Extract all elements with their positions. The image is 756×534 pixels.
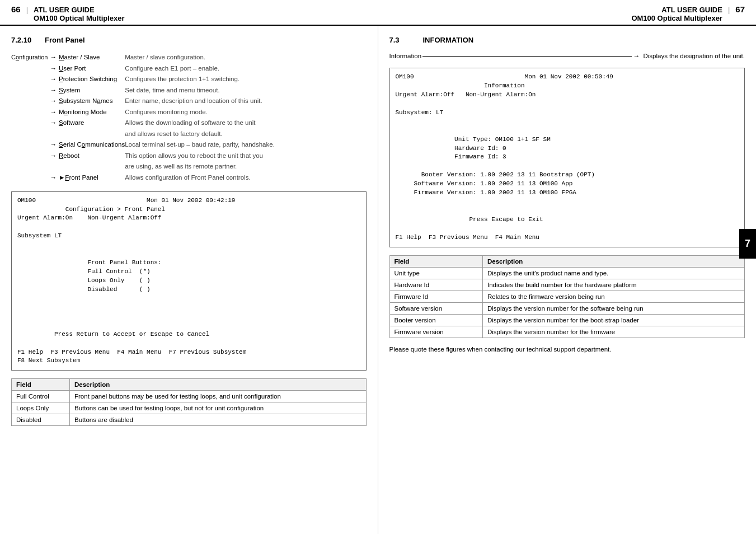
table-row: Loops OnlyButtons can be used for testin… xyxy=(12,402,367,414)
table-row: Booter versionDisplays the version numbe… xyxy=(389,314,745,326)
nav-item-serial: → Serial Communications Local terminal s… xyxy=(11,139,275,151)
page-tab: 7 xyxy=(739,229,756,259)
nav-item-software: → Software Allows the downloading of sof… xyxy=(11,118,275,139)
info-label-left: Information xyxy=(389,53,422,59)
nav-item-monitoring: → Monitoring Mode Configures monitoring … xyxy=(11,107,275,118)
table-row: Full ControlFront panel buttons may be u… xyxy=(12,391,367,402)
left-table: Field Description Full ControlFront pane… xyxy=(11,378,367,426)
left-table-header-desc: Description xyxy=(70,379,366,391)
right-table-header-desc: Description xyxy=(482,255,744,267)
left-page-number: 66 xyxy=(11,4,21,14)
right-page-number: 67 xyxy=(735,4,745,14)
table-row: Hardware IdIndicates the build number fo… xyxy=(389,279,745,291)
right-table-header-field: Field xyxy=(389,255,482,267)
nav-tree: Configuration → Master / Slave Master / … xyxy=(11,52,367,184)
nav-item-front-panel: → ►Front Panel Allows configuration of F… xyxy=(11,172,275,184)
right-section-num: 7.3 xyxy=(389,36,412,44)
right-section-title: INFORMATION xyxy=(423,36,474,44)
table-row: Unit typeDisplays the unit's product nam… xyxy=(389,267,745,279)
info-label-right: Displays the designation of the unit. xyxy=(643,53,745,59)
left-terminal: OM100 Mon 01 Nov 2002 00:42:19 Configura… xyxy=(11,191,367,371)
left-section-num: 7.2.10 xyxy=(11,36,34,44)
table-row: Software versionDisplays the version num… xyxy=(389,302,745,314)
left-header-title1: ATL USER GUIDE xyxy=(34,6,125,14)
right-header-title1: ATL USER GUIDE xyxy=(631,6,722,14)
nav-item-reboot: → Reboot This option allows you to reboo… xyxy=(11,151,275,172)
left-table-header-field: Field xyxy=(12,379,70,391)
nav-item-subsystem-names: → Subsystem Names Enter name, descriptio… xyxy=(11,96,275,107)
nav-item-system: → System Set date, time and menu timeout… xyxy=(11,85,275,96)
table-row: Firmware versionDisplays the version num… xyxy=(389,326,745,338)
right-terminal: OM100 Mon 01 Nov 2002 00:50:49 Informati… xyxy=(389,68,745,247)
table-row: Firmware IdRelates to the firmware versi… xyxy=(389,291,745,302)
footer-note: Please quote these figures when contacti… xyxy=(389,346,745,353)
table-row: DisabledButtons are disabled xyxy=(12,414,367,426)
left-header-title2: OM100 Optical Multiplexer xyxy=(34,14,125,22)
left-section-title: Front Panel xyxy=(45,36,85,44)
right-header-title2: OM100 Optical Multiplexer xyxy=(631,14,722,22)
nav-item-protection: → Protection Switching Configures the pr… xyxy=(11,74,275,85)
right-table: Field Description Unit typeDisplays the … xyxy=(389,255,745,338)
nav-item-config: Configuration → Master / Slave Master / … xyxy=(11,52,275,63)
nav-item-user-port: → User Port Configure each E1 port – ena… xyxy=(11,63,275,74)
